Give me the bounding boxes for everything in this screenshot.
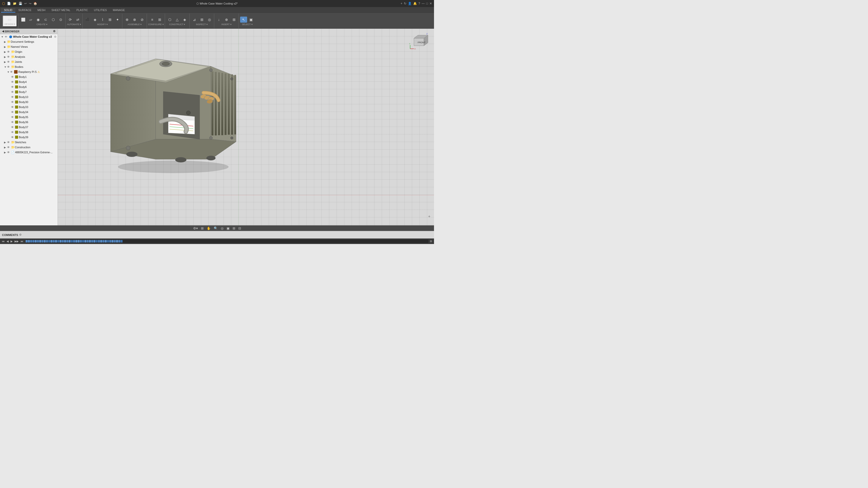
user-icon[interactable]: 👤 <box>408 2 412 5</box>
timeline-item[interactable] <box>66 240 68 243</box>
sweep-btn[interactable]: ⊂ <box>42 17 49 23</box>
comments-settings-icon[interactable]: ⚙ <box>19 233 22 237</box>
maximize-btn[interactable]: □ <box>426 2 428 5</box>
tree-bodies[interactable]: ▼ 👁 📁 Bodies <box>0 64 58 69</box>
insert-mesh-btn[interactable]: ↓ <box>216 17 222 23</box>
midplane-btn[interactable]: △ <box>174 17 181 23</box>
root-arrow[interactable]: ▼ <box>1 35 4 38</box>
scale-btn[interactable]: ✦ <box>114 17 121 23</box>
insert-svg-btn[interactable]: ⊕ <box>223 17 230 23</box>
timeline-item[interactable] <box>55 240 57 243</box>
analysis-eye[interactable]: 👁 <box>7 55 10 58</box>
bell-icon[interactable]: 🔔 <box>413 2 417 5</box>
timeline-item[interactable] <box>48 240 50 243</box>
viewport[interactable]: FRONT X Y Z ✛ <box>58 29 434 225</box>
timeline-item[interactable] <box>84 240 86 243</box>
tree-body1[interactable]: 👁 Body1 <box>0 74 58 80</box>
section-analysis-btn[interactable]: ⊞ <box>198 17 206 23</box>
orbit-btn[interactable]: ✋ <box>206 226 212 230</box>
timeline-item[interactable] <box>75 240 78 243</box>
timeline-item[interactable] <box>53 240 55 243</box>
timeline-item[interactable] <box>71 240 73 243</box>
minimize-btn[interactable]: — <box>422 2 425 5</box>
tab-mesh[interactable]: MESH <box>34 8 49 12</box>
body36-eye[interactable]: 👁 <box>11 121 14 124</box>
tab-sheet-metal[interactable]: SHEET METAL <box>49 8 73 12</box>
automate-btn2[interactable]: ⇄ <box>74 17 82 23</box>
tree-body34[interactable]: 👁 Body34 <box>0 110 58 115</box>
chamfer-btn[interactable]: ⌇ <box>99 17 106 23</box>
joints-arrow[interactable]: ▶ <box>4 61 7 63</box>
timeline-item[interactable] <box>98 240 100 243</box>
timeline-item[interactable] <box>89 240 91 243</box>
reffile-arrow[interactable]: ▶ <box>4 151 7 154</box>
timeline-item[interactable] <box>32 240 34 243</box>
timeline-item[interactable] <box>114 240 116 243</box>
undo-icon[interactable]: ↩ <box>24 2 27 5</box>
config-btn2[interactable]: ⊞ <box>156 17 163 23</box>
offset-plane-btn[interactable]: ⬡ <box>166 17 173 23</box>
tab-utilities[interactable]: UTILITIES <box>91 8 110 12</box>
tree-body30[interactable]: 👁 Body30 <box>0 99 58 104</box>
doc-arrow[interactable]: ▶ <box>4 40 7 43</box>
timeline-item[interactable] <box>46 240 48 243</box>
sketches-eye[interactable]: 👁 <box>7 141 10 144</box>
anim-fast-fwd-btn[interactable]: ▶▶ <box>14 240 19 243</box>
root-eye[interactable]: 👁 <box>4 35 8 39</box>
select-btn[interactable]: ↖ <box>240 17 247 23</box>
save-icon[interactable]: 💾 <box>19 2 22 5</box>
body4-eye[interactable]: 👁 <box>11 81 14 84</box>
timeline-item[interactable] <box>28 240 30 243</box>
tab-plastic[interactable]: PLASTIC <box>73 8 91 12</box>
body39-eye[interactable]: 👁 <box>11 136 14 139</box>
grid-display-btn[interactable]: ⊞ <box>200 226 205 230</box>
tree-body7[interactable]: 👁 Body7 <box>0 89 58 94</box>
timeline-item[interactable] <box>93 240 95 243</box>
timeline-item[interactable] <box>51 240 53 243</box>
body35-eye[interactable]: 👁 <box>11 116 14 119</box>
shell-btn[interactable]: ⊞ <box>106 17 114 23</box>
new-icon[interactable]: 📄 <box>7 2 11 5</box>
new-component-btn[interactable]: ⬜ <box>20 17 27 23</box>
reffile-eye[interactable]: 👁 <box>7 151 10 154</box>
tree-ref-file[interactable]: ▶ 👁 📄 48805K223_Precision Extreme-... <box>0 150 58 155</box>
fit-view-btn[interactable]: ◎ <box>220 226 224 230</box>
home-icon[interactable]: 🏠 <box>33 2 37 5</box>
tree-doc-settings[interactable]: ▶ 📁 Document Settings <box>0 39 58 44</box>
fillet-btn[interactable]: ◈ <box>91 17 98 23</box>
anim-play-btn[interactable]: ▶ <box>10 240 13 243</box>
design-button[interactable]: ✏ DESIGN ▾ <box>2 15 17 27</box>
body6-eye[interactable]: 👁 <box>11 86 14 88</box>
loft-btn[interactable]: ⬡ <box>50 17 57 23</box>
body1-eye[interactable]: 👁 <box>11 75 14 79</box>
timeline-item[interactable] <box>30 240 32 243</box>
tab-solid[interactable]: SOLID <box>1 8 15 12</box>
joint-btn[interactable]: ⊕ <box>124 17 131 23</box>
timeline-item[interactable] <box>44 240 46 243</box>
tree-named-views[interactable]: ▶ 📁 Named Views <box>0 44 58 49</box>
body7-eye[interactable]: 👁 <box>11 90 14 93</box>
timeline-item[interactable] <box>112 240 114 243</box>
body37-eye[interactable]: 👁 <box>11 126 14 129</box>
timeline-item[interactable] <box>96 240 98 243</box>
timeline-item[interactable] <box>73 240 75 243</box>
tree-sketches[interactable]: ▶ 👁 📁 Sketches <box>0 140 58 145</box>
tree-body38[interactable]: 👁 Body38 <box>0 130 58 135</box>
named-views-arrow[interactable]: ▶ <box>4 45 7 48</box>
construction-eye[interactable]: 👁 <box>7 146 10 149</box>
insert-dxf-btn[interactable]: ⊞ <box>230 17 238 23</box>
timeline-item[interactable] <box>87 240 89 243</box>
tree-origin[interactable]: ▶ 👁 📁 Origin <box>0 49 58 54</box>
collapse-browser-btn[interactable]: ◀ <box>2 30 4 33</box>
timeline-container[interactable] <box>26 240 429 243</box>
visual-style-btn[interactable]: ▣ <box>225 226 230 230</box>
tree-joints[interactable]: ▶ 👁 📁 Joints <box>0 59 58 64</box>
timeline-item[interactable] <box>64 240 66 243</box>
tree-raspi5[interactable]: ▼ 👁 Raspberry Pi 5 ⚠ <box>0 69 58 74</box>
anim-settings-btn[interactable]: ⚙ <box>429 240 433 243</box>
timeline-item[interactable] <box>60 240 62 243</box>
tab-manage[interactable]: MANAGE <box>110 8 128 12</box>
body10-eye[interactable]: 👁 <box>11 95 14 98</box>
select-mode-btn[interactable]: ▣ <box>248 17 255 23</box>
close-btn[interactable]: ✕ <box>430 2 432 5</box>
